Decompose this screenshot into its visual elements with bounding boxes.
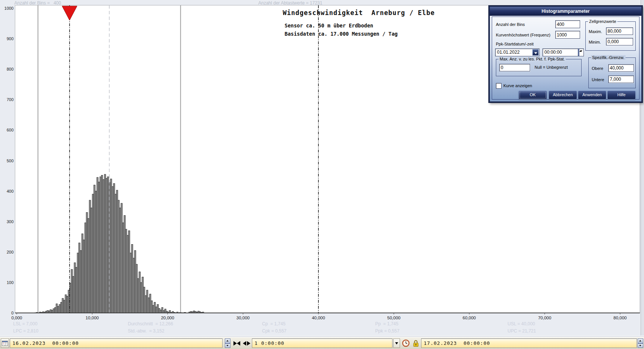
histogram-bar <box>94 185 95 313</box>
lock-button[interactable] <box>411 339 420 347</box>
histogram-bar <box>77 253 79 313</box>
cancel-button[interactable]: Abbrechen <box>549 91 577 100</box>
maxpts-group-label: Max. Anz. v. zu les. Pkt. f. Ppk-Stat. <box>499 57 566 61</box>
chart-subtitle-basis: Basisdaten ca. 17.000 Messungen / Tag <box>285 31 398 37</box>
start-datetime-field[interactable]: 16.02.2023 00:00:00 <box>10 338 223 348</box>
stat-label: USL = 40,000 <box>508 321 535 326</box>
dialog-titlebar[interactable]: Histogrammparameter <box>490 7 641 16</box>
maxim-label: Maxim. <box>589 29 602 34</box>
histogram-bar <box>50 310 52 313</box>
ppk-date-combobox[interactable]: 01.01.2022 <box>495 48 539 56</box>
histogram-bar <box>136 264 138 313</box>
x-tick-label: 80,000 <box>614 316 627 320</box>
y-tick-label: 100 <box>7 280 14 285</box>
histogram-bar <box>55 307 56 313</box>
ok-button[interactable]: OK <box>518 91 547 100</box>
histogram-parameters-dialog: Histogrammparameter Anzahl der Bins Kurv… <box>489 6 642 103</box>
y-tick-label: 700 <box>7 97 14 102</box>
histogram-bar <box>101 175 103 313</box>
histogram-bar <box>64 300 65 313</box>
compress-arrows-icon <box>233 341 240 346</box>
histogram-bar <box>124 215 125 313</box>
frequency-input[interactable] <box>555 31 580 39</box>
histogram-bar <box>125 229 127 313</box>
spin-down-icon[interactable] <box>225 343 230 348</box>
clock-button[interactable] <box>401 339 411 347</box>
histogram-bar <box>91 208 92 313</box>
histogram-bar <box>89 200 91 313</box>
maxpts-input[interactable] <box>499 64 530 71</box>
ppk-time-value: 00:00:00 <box>544 50 562 55</box>
histogram-bar <box>103 180 104 313</box>
spin-up-icon[interactable] <box>225 338 230 343</box>
ppk-date-value: 01.01.2022 <box>497 50 520 55</box>
x-tick-label: 60,000 <box>463 316 476 320</box>
stat-label: Std.-abw. = 3,152 <box>128 328 164 334</box>
zoom-in-time-button[interactable] <box>232 339 241 347</box>
histogram-bar <box>79 243 80 313</box>
calendar-button[interactable] <box>1 338 9 348</box>
time-spinner-buttons[interactable] <box>578 49 583 56</box>
zoom-out-time-button[interactable] <box>242 339 251 347</box>
maxim-input[interactable] <box>606 27 633 35</box>
histogram-bar <box>61 302 62 313</box>
x-tick-label: 10,000 <box>86 316 99 320</box>
help-button[interactable]: Hilfe <box>607 91 636 100</box>
histogram-bar <box>122 223 124 313</box>
bins-input[interactable] <box>555 20 580 28</box>
chevron-down-icon[interactable] <box>532 49 539 56</box>
spin-down-icon[interactable] <box>579 49 579 56</box>
histogram-bar <box>133 258 135 313</box>
histogram-bar <box>119 208 121 313</box>
stat-label: Durchschnitt = 12,266 <box>128 321 173 326</box>
lower-label: Untere <box>592 77 604 82</box>
y-tick-label: 900 <box>7 36 14 41</box>
histogram-bar <box>115 194 116 313</box>
histogram-bar <box>159 308 160 313</box>
frequency-label: Kurvenhöchstwert (Frequenz) <box>496 33 550 37</box>
histogram-bar <box>118 200 119 313</box>
histogram-bar <box>132 245 133 313</box>
minim-input[interactable] <box>606 38 633 45</box>
histogram-bar <box>135 251 136 313</box>
y-tick-label: 200 <box>7 250 14 254</box>
x-tick-label: 30,000 <box>236 316 250 320</box>
histogram-bar <box>144 287 145 313</box>
histogram-bar <box>73 276 74 313</box>
lower-input[interactable] <box>608 76 634 83</box>
spin-down-icon[interactable] <box>638 343 643 348</box>
interval-combobox[interactable]: 1 0:00:00 <box>252 338 392 348</box>
cell-limits-groupbox: Zellgrenzwerte Maxim. Minim. <box>585 21 636 51</box>
histogram-bar <box>157 304 159 313</box>
end-datetime-field[interactable]: 17.02.2023 00:00:00 <box>421 338 637 348</box>
timeline-toolbar: 16.02.2023 00:00:00 1 0:00:00 17.02.2023… <box>0 337 644 349</box>
y-tick-label: 1000 <box>5 6 14 11</box>
x-tick-label: 50,000 <box>387 316 400 320</box>
stat-label: Pp = 1,745 <box>375 321 399 326</box>
maxpts-hint-label: Null = Unbegrenzt <box>535 65 568 69</box>
x-tick-label: 20,000 <box>161 316 174 320</box>
upper-input[interactable] <box>608 64 634 72</box>
show-curve-checkbox[interactable] <box>496 83 502 89</box>
expand-arrows-icon <box>243 341 250 346</box>
start-datetime-spinner[interactable] <box>225 338 230 348</box>
y-tick-label: 300 <box>7 219 14 224</box>
histogram-bar <box>154 302 156 313</box>
spin-up-icon[interactable] <box>638 338 643 343</box>
interval-dropdown-button[interactable] <box>393 338 400 348</box>
histogram-bar <box>106 178 107 313</box>
y-tick-label: 500 <box>7 159 14 163</box>
histogram-bar <box>52 310 53 313</box>
end-datetime-spinner[interactable] <box>638 338 643 348</box>
ppk-start-label: Ppk-Startdatum/-zeit <box>496 42 533 46</box>
minim-label: Minim. <box>589 40 601 44</box>
histogram-bar <box>113 183 115 313</box>
histogram-bar <box>76 267 77 313</box>
histogram-bar <box>128 231 130 313</box>
ppk-time-spinner[interactable]: 00:00:00 <box>542 48 584 56</box>
histogram-bar <box>130 253 132 313</box>
histogram-bar <box>67 296 68 313</box>
clock-icon <box>402 339 410 347</box>
lock-icon <box>412 340 419 347</box>
apply-button[interactable]: Anwenden <box>578 91 606 100</box>
